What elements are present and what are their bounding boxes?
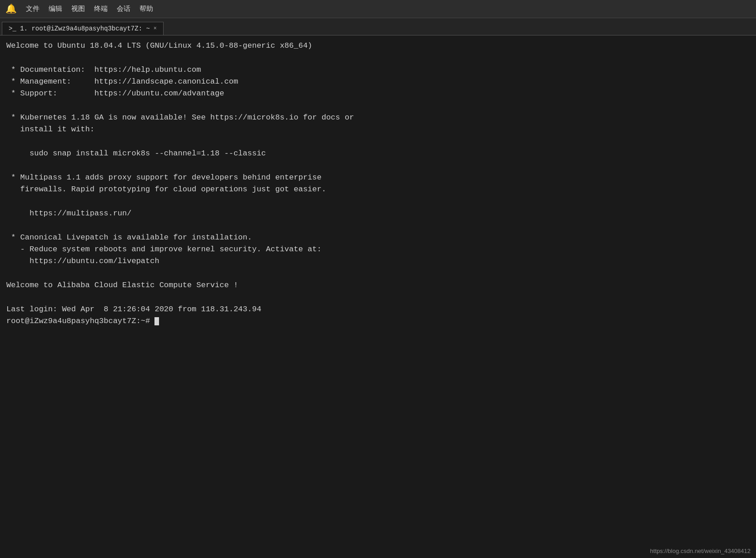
menu-item-会话[interactable]: 会话 xyxy=(117,5,130,13)
menu-item-帮助[interactable]: 帮助 xyxy=(139,5,153,13)
terminal-cursor xyxy=(154,317,159,325)
menu-bar: 文件编辑视图终端会话帮助 xyxy=(26,5,153,13)
terminal-tab[interactable]: >_ 1. root@iZwz9a4u8pasyhq3bcayt7Z: ~ × xyxy=(2,22,164,35)
menu-item-终端[interactable]: 终端 xyxy=(94,5,108,13)
watermark: https://blog.csdn.net/weixin_43408412 xyxy=(650,548,751,554)
title-bar: 🔔 文件编辑视图终端会话帮助 xyxy=(0,0,756,18)
tab-bar: >_ 1. root@iZwz9a4u8pasyhq3bcayt7Z: ~ × xyxy=(0,18,756,35)
menu-item-编辑[interactable]: 编辑 xyxy=(49,5,62,13)
menu-item-视图[interactable]: 视图 xyxy=(71,5,85,13)
tab-label: >_ 1. root@iZwz9a4u8pasyhq3bcayt7Z: ~ xyxy=(9,25,150,32)
menu-item-文件[interactable]: 文件 xyxy=(26,5,40,13)
app-icon: 🔔 xyxy=(5,3,17,15)
tab-close-button[interactable]: × xyxy=(154,25,157,32)
terminal-wrapper: Welcome to Ubuntu 18.04.4 LTS (GNU/Linux… xyxy=(0,35,756,558)
terminal-output[interactable]: Welcome to Ubuntu 18.04.4 LTS (GNU/Linux… xyxy=(0,35,756,558)
